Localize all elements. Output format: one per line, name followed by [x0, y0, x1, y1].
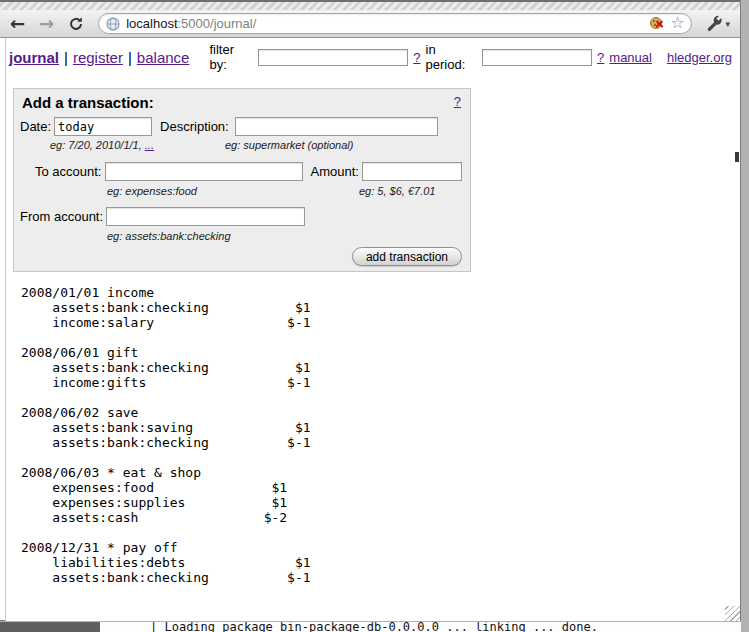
address-bar[interactable]: localhost:5000/journal/ ☆ [98, 13, 692, 34]
back-button[interactable]: ← [10, 15, 25, 33]
url-host: localhost [126, 16, 177, 31]
forward-button[interactable]: → [39, 15, 54, 33]
to-account-label: To account: [35, 164, 102, 179]
add-transaction-button[interactable]: add transaction [352, 247, 462, 266]
date-label: Date: [20, 119, 51, 134]
nav-bar: journal|register|balance filter by: ? in… [9, 45, 734, 69]
to-account-field[interactable] [105, 162, 303, 181]
date-hint-more-link[interactable]: ... [145, 139, 154, 151]
description-hint: eg: supermarket (optional) [225, 139, 353, 151]
to-account-hint: eg: expenses:food [107, 185, 197, 197]
period-input[interactable] [482, 49, 592, 66]
browser-toolbar: ← → localhost:5000/journal/ [0, 10, 740, 38]
filter-by-label: filter by: [209, 42, 253, 72]
chevron-down-icon: ▾ [725, 19, 730, 29]
nav-link-journal[interactable]: journal [9, 49, 59, 66]
filter-input[interactable] [258, 49, 408, 66]
nav-link-register[interactable]: register [73, 49, 123, 66]
journal-entry: 2008/01/01 income assets:bank:checking $… [21, 285, 311, 330]
date-hint: eg: 7/20, 2010/1/1, ... [50, 139, 154, 151]
scrollbar-thumb[interactable] [735, 152, 739, 162]
globe-icon [106, 17, 120, 31]
page-content: journal|register|balance filter by: ? in… [5, 38, 740, 621]
from-account-field[interactable] [106, 207, 305, 226]
nav-separator: | [128, 49, 132, 66]
background-terminal: | Loading package bin-package-db-0.0.0.0… [100, 622, 741, 632]
amount-field[interactable] [362, 162, 462, 181]
in-period-label: in period: [426, 42, 478, 72]
filter-help-link[interactable]: ? [413, 50, 420, 65]
description-label: Description: [160, 119, 229, 134]
background-desktop: | Loading package bin-package-db-0.0.0.0… [0, 622, 749, 632]
nav-link-manual[interactable]: manual [609, 50, 652, 65]
window-titlebar[interactable] [0, 0, 740, 10]
url-path: :5000/journal/ [178, 16, 257, 31]
from-account-hint: eg: assets:bank:checking [107, 230, 231, 242]
period-help-link[interactable]: ? [597, 50, 604, 65]
browser-menu-button[interactable]: ▾ [706, 15, 730, 32]
journal-entry: 2008/12/31 * pay off liabilities:debts $… [21, 540, 311, 585]
nav-link-hledger-org[interactable]: hledger.org [667, 50, 732, 65]
journal-entry: 2008/06/02 save assets:bank:saving $1 as… [21, 405, 311, 450]
wrench-icon [706, 15, 723, 32]
nav-right-links: manualhledger.org [609, 50, 734, 65]
to-amount-row: To account: Amount: [35, 162, 462, 181]
terminal-output: | Loading package bin-package-db-0.0.0.0… [150, 622, 598, 632]
description-field[interactable] [235, 117, 438, 136]
bookmark-star-icon[interactable]: ☆ [670, 15, 684, 31]
reload-icon [68, 16, 84, 32]
browser-window: ← → localhost:5000/journal/ [0, 0, 741, 621]
amount-hint: eg: 5, $6, €7.01 [359, 185, 435, 197]
panel-title: Add a transaction: [22, 94, 154, 111]
nav-separator: | [64, 49, 68, 66]
journal-entry: 2008/06/03 * eat & shop expenses:food $1… [21, 465, 311, 525]
date-description-row: Date: Description: [20, 117, 438, 136]
from-account-label: From account: [20, 209, 103, 224]
amount-label: Amount: [311, 164, 359, 179]
add-transaction-panel: Add a transaction: ? Date: Description: … [13, 88, 471, 272]
journal-entry: 2008/06/01 gift assets:bank:checking $1 … [21, 345, 311, 390]
from-account-row: From account: [20, 207, 305, 226]
add-form-help-link[interactable]: ? [454, 94, 461, 109]
url-text[interactable]: localhost:5000/journal/ [126, 16, 256, 31]
background-window-edge [0, 622, 100, 632]
journal: 2008/01/01 income assets:bank:checking $… [21, 285, 311, 600]
reload-button[interactable] [68, 16, 84, 32]
resize-grip-icon[interactable] [725, 606, 740, 621]
nav-links: journal|register|balance [9, 49, 189, 66]
cookies-blocked-icon[interactable] [650, 17, 664, 31]
nav-link-balance[interactable]: balance [137, 49, 190, 66]
date-field[interactable] [54, 117, 152, 136]
